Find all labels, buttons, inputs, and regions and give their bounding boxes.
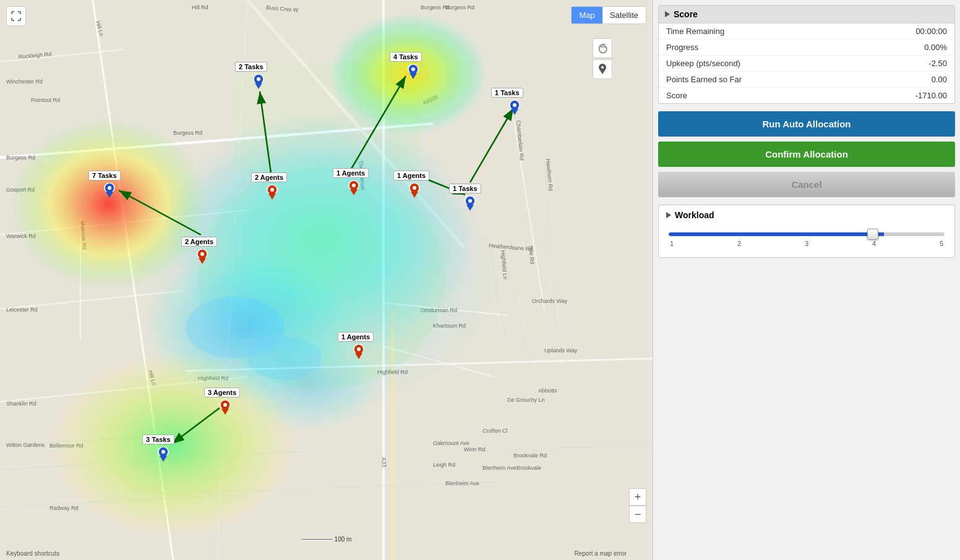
svg-marker-102 [160, 456, 167, 462]
svg-text:Winchester Rd: Winchester Rd [6, 78, 43, 85]
cancel-button[interactable]: Cancel [658, 172, 955, 197]
workload-slider[interactable] [669, 232, 945, 236]
agent-label-1agents-3: 1 Agents [338, 332, 374, 342]
svg-marker-87 [255, 83, 262, 89]
svg-text:Gosport Rd: Gosport Rd [6, 187, 35, 193]
svg-point-113 [200, 252, 204, 256]
svg-point-89 [411, 67, 415, 71]
map-btn[interactable]: Map [572, 7, 602, 23]
tick-4: 4 [872, 240, 876, 247]
svg-marker-117 [355, 353, 362, 359]
svg-marker-99 [466, 205, 474, 211]
zoom-in-btn[interactable]: + [629, 488, 646, 506]
task-label-1tasks-m: 1 Tasks [449, 184, 481, 193]
right-panel: Score Time Remaining 00:00:00 Progress 0… [653, 0, 960, 560]
svg-point-95 [108, 186, 111, 190]
score-value-progress: 0.00% [924, 43, 947, 52]
svg-marker-120 [221, 409, 229, 415]
svg-text:Burgess Rd: Burgess Rd [6, 155, 35, 161]
fullscreen-btn[interactable] [6, 6, 26, 26]
satellite-btn[interactable]: Satellite [602, 7, 646, 23]
score-section: Score Time Remaining 00:00:00 Progress 0… [658, 5, 955, 104]
keyboard-shortcuts: Keyboard shortcuts [6, 550, 59, 557]
workload-title: Workload [675, 210, 714, 220]
map-container[interactable]: Rockleigh Rd Burgess Rd Burgess Rd Hill … [0, 0, 653, 560]
task-label-1tasks-r: 1 Tasks [491, 88, 523, 98]
svg-marker-96 [106, 192, 113, 198]
svg-point-104 [270, 188, 274, 192]
score-collapse-icon [665, 11, 670, 17]
score-row-time: Time Remaining 00:00:00 [659, 23, 954, 40]
svg-point-116 [357, 347, 361, 351]
agent-label-1agents-1: 1 Agents [333, 168, 369, 178]
workload-slider-container: 1 2 3 4 5 [659, 225, 954, 250]
svg-text:Leigh Rd: Leigh Rd [433, 462, 455, 468]
slider-ticks: 1 2 3 4 5 [669, 239, 945, 247]
agent-label-2agents-1: 2 Agents [251, 172, 287, 182]
svg-text:Wilton Gardens: Wilton Gardens [6, 442, 45, 448]
agent-label-1agents-2: 1 Agents [393, 171, 429, 180]
tick-1: 1 [670, 240, 674, 247]
svg-text:Burgess Rd: Burgess Rd [421, 4, 450, 11]
zoom-out-btn[interactable]: − [629, 506, 646, 523]
svg-text:Burgess Rd: Burgess Rd [445, 4, 474, 11]
svg-text:Winn Rd: Winn Rd [464, 446, 486, 452]
tick-3: 3 [805, 240, 808, 247]
svg-text:A33: A33 [380, 457, 387, 467]
tick-2: 2 [737, 240, 741, 247]
svg-text:Bellemoor Rd: Bellemoor Rd [49, 443, 84, 449]
svg-text:De Grouchy Ln: De Grouchy Ln [507, 397, 545, 403]
score-label-upkeep: Upkeep (pts/second) [666, 59, 740, 68]
svg-text:Highfield Rd: Highfield Rd [198, 375, 228, 381]
hand-tool-btn[interactable] [593, 38, 612, 58]
svg-marker-90 [409, 73, 417, 79]
score-label-time: Time Remaining [666, 27, 724, 36]
score-row-upkeep: Upkeep (pts/second) -2.50 [659, 56, 954, 72]
svg-text:Uplands Way: Uplands Way [544, 347, 578, 354]
confirm-allocation-button[interactable]: Confirm Allocation [658, 142, 955, 167]
run-auto-allocation-button[interactable]: Run Auto Allocation [658, 111, 955, 137]
svg-text:Abbotts: Abbotts [538, 388, 557, 394]
task-label-2tasks: 2 Tasks [235, 62, 267, 72]
zoom-controls[interactable]: + − [629, 488, 646, 523]
svg-text:Highfield Rd: Highfield Rd [377, 369, 408, 375]
svg-point-4 [247, 337, 322, 380]
score-row-score: Score -1710.00 [659, 88, 954, 103]
score-value-time: 00:00:00 [915, 27, 947, 36]
svg-text:Khartoum Rd: Khartoum Rd [433, 323, 466, 329]
svg-point-119 [223, 403, 227, 407]
svg-point-92 [513, 103, 516, 107]
svg-text:Omdurman Rd: Omdurman Rd [421, 307, 457, 313]
svg-text:Blenheim Ave: Blenheim Ave [445, 480, 479, 486]
svg-text:Brookvale Rd: Brookvale Rd [513, 452, 547, 459]
svg-text:Blenheim Ave: Blenheim Ave [482, 465, 516, 471]
svg-text:Orchards Way: Orchards Way [532, 298, 568, 304]
pin-tool-btn[interactable] [593, 59, 612, 79]
score-row-points: Points Earned so Far 0.00 [659, 72, 954, 88]
tick-5: 5 [940, 240, 943, 247]
svg-point-123 [601, 66, 604, 69]
agent-label-2agents-2: 2 Agents [181, 237, 217, 247]
svg-marker-108 [350, 189, 358, 195]
score-value-upkeep: -2.50 [928, 59, 947, 68]
svg-text:Burgess Rd: Burgess Rd [173, 130, 202, 136]
workload-section: Workload 1 2 3 4 5 [658, 205, 955, 258]
task-label-7tasks: 7 Tasks [88, 171, 121, 180]
map-type-control[interactable]: Map Satellite [571, 6, 646, 24]
score-label-progress: Progress [666, 43, 698, 52]
map-attribution: Report a map error [575, 550, 627, 557]
svg-marker-114 [199, 258, 206, 264]
workload-collapse-icon [666, 212, 671, 218]
svg-point-110 [413, 186, 416, 190]
svg-text:Warwick Rd: Warwick Rd [6, 233, 36, 239]
score-label-score: Score [666, 91, 687, 100]
svg-marker-122 [599, 69, 606, 74]
svg-point-86 [257, 77, 260, 81]
svg-text:Oakmount Ave: Oakmount Ave [433, 440, 469, 446]
score-title: Score [674, 9, 698, 19]
svg-text:Hill Rd: Hill Rd [192, 4, 208, 11]
score-label-points: Points Earned so Far [666, 75, 742, 84]
score-row-progress: Progress 0.00% [659, 40, 954, 56]
svg-marker-105 [268, 193, 276, 200]
svg-text:Pointout Rd: Pointout Rd [31, 97, 60, 103]
